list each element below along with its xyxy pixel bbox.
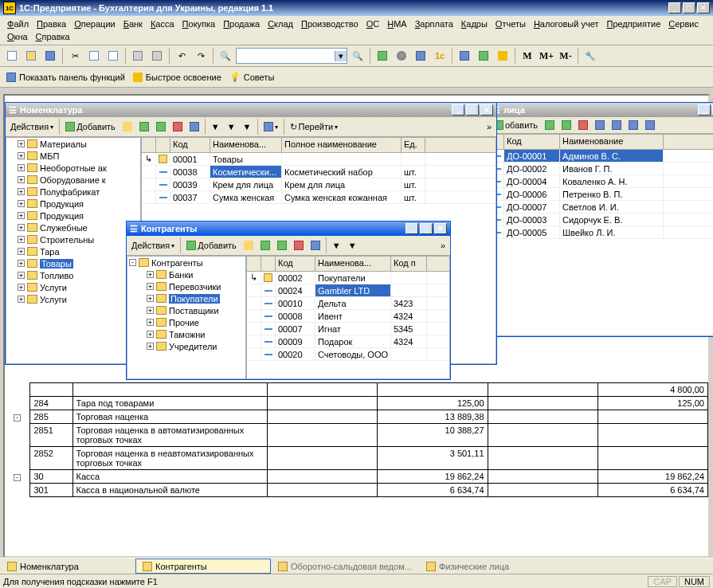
maximize-button[interactable]: □ <box>683 2 695 14</box>
filter-button[interactable]: ▼ <box>329 239 344 252</box>
menu-Склад[interactable]: Склад <box>264 18 297 30</box>
menu-Покупка[interactable]: Покупка <box>178 18 220 30</box>
tree-item[interactable]: +Оборудование к <box>6 174 140 186</box>
tree-item[interactable]: +Таможни <box>127 328 245 340</box>
copy-button[interactable] <box>558 119 574 131</box>
max-button[interactable]: □ <box>466 104 479 116</box>
report-row[interactable]: 2852Торговая наценка в неавтоматизирован… <box>5 447 708 470</box>
kontr-tree[interactable]: -Контрагенты+Банки+Перевозчики+Покупател… <box>127 256 246 379</box>
find-next-button[interactable]: 🔍 <box>349 47 366 65</box>
min-button[interactable]: _ <box>405 223 418 234</box>
kontr-grid[interactable]: КодНаименова...Код п ↳00002Покупатели000… <box>246 256 450 379</box>
menu-Банк[interactable]: Банк <box>119 18 147 30</box>
add-button[interactable]: Добавить <box>62 120 119 133</box>
taskbar-item[interactable]: Контрагенты <box>135 559 271 574</box>
cut-button[interactable]: ✂ <box>66 47 84 65</box>
taskbar-item[interactable]: Физические лица <box>419 559 554 574</box>
counterparties-titlebar[interactable]: ☰ Контрагенты _□✕ <box>127 221 450 236</box>
actions-button[interactable]: Действия▾ <box>128 239 178 252</box>
actions-button[interactable]: Действия▾ <box>7 120 57 133</box>
filter3-button[interactable] <box>642 119 658 131</box>
menu-Предприятие[interactable]: Предприятие <box>602 18 664 30</box>
more-button[interactable]: » <box>437 239 449 252</box>
column-header[interactable]: Полное наименование <box>282 138 402 152</box>
counterparties-window[interactable]: ☰ Контрагенты _□✕ Действия▾ Добавить ▼ ▼… <box>126 221 451 380</box>
tree-item[interactable]: +Поставщики <box>127 304 245 316</box>
column-header[interactable]: Код <box>276 257 315 271</box>
report-row[interactable]: 301Касса в национальной валюте6 634,746 … <box>5 484 708 497</box>
tree-item[interactable]: +Служебные <box>6 221 140 233</box>
report-row[interactable]: -285Торговая наценка13 889,38 <box>5 410 708 424</box>
menu-НМА[interactable]: НМА <box>383 18 410 30</box>
column-header[interactable] <box>142 138 156 152</box>
show-panel-button[interactable]: Показать панель функций <box>3 73 128 82</box>
column-header[interactable] <box>247 257 261 271</box>
close-button[interactable]: ✕ <box>697 2 710 14</box>
paste-button[interactable] <box>104 47 122 65</box>
table-row[interactable]: 00037Сумка женскаяСумка женская кожанная… <box>142 191 496 204</box>
report-row[interactable]: 284Тара под товарами125,00125,00 <box>5 397 708 410</box>
edit-button[interactable] <box>542 119 558 131</box>
find-button[interactable]: 🔍 <box>217 47 234 65</box>
save-button[interactable] <box>41 47 59 65</box>
close-button[interactable]: ✕ <box>480 104 493 116</box>
calc-button[interactable]: 1c <box>431 47 449 65</box>
tree-item[interactable]: +МБП <box>6 150 140 162</box>
tool-d-button[interactable] <box>475 47 492 65</box>
column-header[interactable]: Наименова... <box>315 257 391 271</box>
table-row[interactable]: 00007Игнат5345 <box>247 323 449 335</box>
hierarchy-button[interactable] <box>308 239 323 252</box>
tree-item[interactable]: +Услуги <box>6 281 140 293</box>
table-row[interactable]: ↳00002Покупатели <box>247 272 449 284</box>
table-row[interactable]: 00038Косметически...Косметический наборш… <box>142 166 496 178</box>
quick-start-button[interactable]: Быстрое освоение <box>130 73 225 82</box>
table-row[interactable]: ↳00001Товары <box>142 153 496 166</box>
grid-button[interactable] <box>592 119 608 131</box>
menu-Производство[interactable]: Производство <box>297 18 362 30</box>
table-row[interactable]: 00008Ивент4324 <box>247 310 449 323</box>
close-button[interactable]: ✕ <box>434 223 447 234</box>
more-button[interactable]: » <box>484 120 495 133</box>
physical-persons-titlebar[interactable]: ☰ лица _□✕ <box>489 103 713 117</box>
delete-button[interactable] <box>575 119 591 131</box>
filter-button[interactable] <box>609 119 625 131</box>
report-row[interactable]: 4 800,00 <box>5 383 708 397</box>
menu-Зарплата[interactable]: Зарплата <box>411 18 457 30</box>
menu-ОС[interactable]: ОС <box>362 18 384 30</box>
taskbar-item[interactable]: Номенклатура <box>0 559 135 574</box>
table-row[interactable]: ДО-00003Сидорчук Е. В. <box>490 214 713 226</box>
menu-Сервис[interactable]: Сервис <box>664 18 703 30</box>
menu-Налоговый учет[interactable]: Налоговый учет <box>530 18 603 30</box>
nomen-tree[interactable]: +Материалы+МБП+Необоротные ак+Оборудован… <box>6 137 141 364</box>
table-row[interactable]: 00039Крем для лицаКрем для лицашт. <box>142 178 496 191</box>
tree-item[interactable]: +Товары <box>6 257 140 269</box>
table-row[interactable]: 00010Дельта3423 <box>247 297 449 310</box>
max-button[interactable]: □ <box>420 223 433 234</box>
table-row[interactable]: ДО-00006Петренко В. П. <box>490 188 713 201</box>
tool-b-button[interactable] <box>393 47 410 65</box>
m-plus-button[interactable]: M+ <box>538 47 555 65</box>
tree-item[interactable]: +Необоротные ак <box>6 162 140 174</box>
tree-root[interactable]: -Контрагенты <box>127 257 245 269</box>
min-button[interactable]: _ <box>452 104 464 116</box>
open-button[interactable] <box>22 47 40 65</box>
table-row[interactable]: 00009Подарок4324 <box>247 335 449 348</box>
filter3-button[interactable]: ▼ <box>240 120 255 133</box>
tool-a-button[interactable] <box>374 47 391 65</box>
nomenclature-titlebar[interactable]: ☰ Номенклатура _□✕ <box>6 103 496 117</box>
tree-item[interactable]: +Строительны <box>6 233 140 245</box>
menu-Продажа[interactable]: Продажа <box>219 18 264 30</box>
edit-button[interactable] <box>257 239 273 252</box>
table-row[interactable]: 00024Gambler LTD <box>247 284 449 297</box>
filter2-button[interactable] <box>625 119 641 131</box>
column-header[interactable] <box>156 138 170 152</box>
filter-button[interactable]: ▼ <box>208 120 223 133</box>
copy-button[interactable] <box>153 120 169 133</box>
menu-Отчеты[interactable]: Отчеты <box>492 18 530 30</box>
preview-button[interactable] <box>148 47 166 65</box>
tree-item[interactable]: +Продукция <box>6 210 140 221</box>
new-doc-button[interactable] <box>3 47 21 65</box>
undo-button[interactable]: ↶ <box>173 47 190 65</box>
column-header[interactable]: Код <box>170 138 210 152</box>
report-row[interactable]: -30Касса19 862,2419 862,24 <box>5 470 708 484</box>
